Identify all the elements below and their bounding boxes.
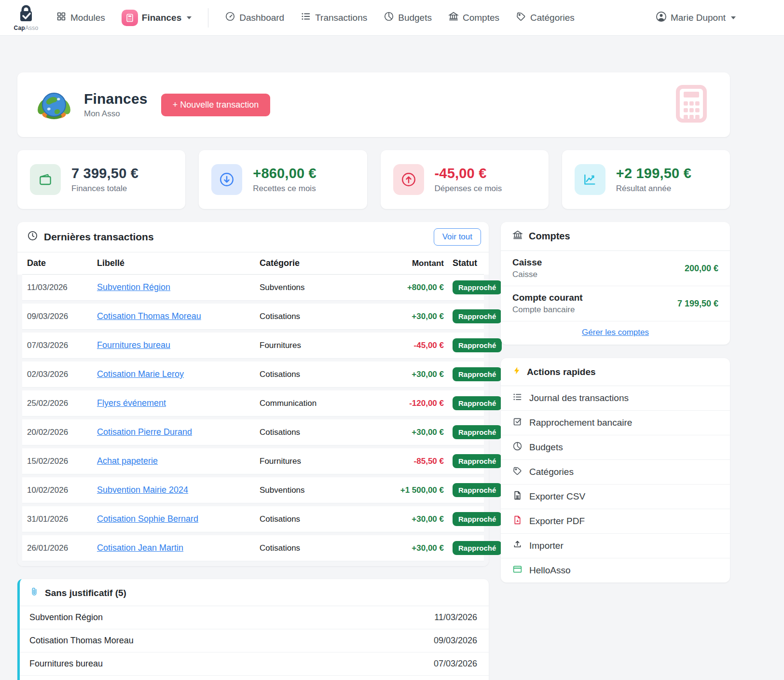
receipt-label: Fournitures bureau [29, 659, 103, 669]
view-all-button[interactable]: Voir tout [434, 228, 481, 246]
nav-categories[interactable]: Catégories [516, 11, 575, 24]
action-export-csv[interactable]: Exporter CSV [501, 485, 730, 509]
transaction-row: 07/03/2026 Fournitures bureau Fourniture… [22, 333, 484, 359]
brand-text: CapAsso [14, 25, 39, 31]
transaction-label-cell: Cotisation Sophie Bernard [97, 514, 260, 524]
quick-actions-title: Actions rapides [527, 367, 596, 377]
nav-dashboard[interactable]: Dashboard [225, 11, 284, 24]
transactions-body: 11/03/2026 Subvention Région Subventions… [17, 275, 489, 566]
transaction-link[interactable]: Fournitures bureau [97, 340, 170, 350]
transaction-label-cell: Flyers événement [97, 398, 260, 408]
transaction-status-cell: Rapproché [444, 512, 502, 526]
transaction-link[interactable]: Cotisation Thomas Moreau [97, 311, 201, 321]
nav-transactions-label: Transactions [315, 13, 367, 23]
transaction-link[interactable]: Subvention Région [97, 282, 170, 292]
table-header-row: Date Libellé Catégorie Montant Statut [22, 252, 484, 275]
col-date: Date [27, 258, 97, 268]
accounts-title: Comptes [529, 231, 570, 242]
status-badge: Rapproché [453, 309, 502, 323]
transaction-date: 02/03/2026 [27, 370, 97, 379]
transaction-row: 26/01/2026 Cotisation Jean Martin Cotisa… [22, 535, 484, 561]
finances-header-card: Finances Mon Asso + Nouvelle transaction [17, 72, 730, 137]
account-row[interactable]: Compte courant Compte bancaire 7 199,50 … [501, 286, 730, 321]
transaction-link[interactable]: Subvention Mairie 2024 [97, 485, 188, 495]
action-label: Exporter CSV [529, 491, 585, 502]
col-categorie: Catégorie [260, 258, 381, 268]
wallet-icon [30, 164, 61, 195]
accounts-header: Comptes [501, 222, 730, 251]
receipt-row[interactable]: Cotisation Thomas Moreau 09/03/2026 [20, 629, 489, 652]
receipt-row[interactable]: Fournitures bureau 07/03/2026 [20, 652, 489, 676]
transaction-category: Cotisations [260, 428, 381, 437]
transaction-link[interactable]: Cotisation Pierre Durand [97, 427, 192, 437]
transaction-link[interactable]: Achat papeterie [97, 456, 158, 466]
action-journal[interactable]: Journal des transactions [501, 386, 730, 411]
account-type: Caisse [512, 270, 542, 279]
action-import[interactable]: Importer [501, 534, 730, 558]
asso-name: Mon Asso [84, 109, 148, 119]
nav-finances-dropdown[interactable]: Finances [122, 10, 192, 26]
user-menu[interactable]: Marie Dupont [656, 11, 736, 25]
nav-dashboard-label: Dashboard [239, 13, 284, 23]
right-column: Comptes Caisse Caisse 200,00 € Compte co… [501, 222, 730, 583]
transactions-header: Dernières transactions Voir tout [17, 222, 489, 252]
action-rapprochement[interactable]: Rapprochement bancaire [501, 411, 730, 435]
receipt-row[interactable]: Subvention Région 11/03/2026 [20, 606, 489, 629]
missing-receipts-card: Sans justificatif (5) Subvention Région … [17, 579, 489, 680]
transaction-status-cell: Rapproché [444, 280, 502, 294]
user-name: Marie Dupont [671, 13, 726, 23]
lightning-icon [512, 365, 521, 378]
quick-actions-card: Actions rapides Journal des transactions [501, 358, 730, 583]
account-type: Compte bancaire [512, 305, 583, 315]
transaction-label-cell: Cotisation Thomas Moreau [97, 311, 260, 321]
nav-budgets-label: Budgets [398, 13, 432, 23]
transaction-link[interactable]: Cotisation Jean Martin [97, 543, 183, 553]
transaction-amount: +30,00 € [381, 514, 444, 524]
action-budgets[interactable]: Budgets [501, 435, 730, 460]
transaction-amount: -120,00 € [381, 399, 444, 408]
status-badge: Rapproché [453, 541, 502, 555]
receipt-label: Cotisation Thomas Moreau [29, 636, 134, 646]
transaction-category: Fournitures [260, 457, 381, 466]
stat-card-total: 7 399,50 € Finances totale [17, 150, 185, 209]
manage-accounts-link[interactable]: Gérer les comptes [582, 328, 649, 337]
nav-categories-label: Catégories [530, 13, 575, 23]
transaction-label-cell: Subvention Région [97, 282, 260, 292]
left-column: Dernières transactions Voir tout Date Li… [17, 222, 489, 680]
stat-text: -45,00 € Dépenses ce mois [435, 166, 502, 194]
capasso-logo[interactable]: CapAsso [13, 4, 40, 31]
transaction-category: Cotisations [260, 312, 381, 321]
account-info: Compte courant Compte bancaire [512, 292, 583, 315]
nav-modules[interactable]: Modules [56, 11, 105, 24]
clock-icon [27, 230, 38, 244]
transaction-date: 10/02/2026 [27, 486, 97, 495]
action-label: Budgets [529, 442, 563, 453]
receipts-header: Sans justificatif (5) [20, 579, 489, 606]
transaction-category: Cotisations [260, 514, 381, 524]
action-helloasso[interactable]: HelloAsso [501, 558, 730, 583]
transaction-date: 20/02/2026 [27, 428, 97, 437]
action-export-pdf[interactable]: Exporter PDF [501, 509, 730, 534]
transaction-date: 25/02/2026 [27, 399, 97, 408]
action-label: HelloAsso [529, 565, 571, 576]
nav-transactions[interactable]: Transactions [301, 11, 367, 24]
transaction-link[interactable]: Flyers événement [97, 398, 166, 408]
receipts-list: Subvention Région 11/03/2026 Cotisation … [20, 606, 489, 680]
calculator-icon [122, 10, 138, 26]
receipt-row[interactable]: Cotisation Marie Leroy 02/03/2026 [20, 676, 489, 680]
transaction-status-cell: Rapproché [444, 367, 502, 381]
stat-label: Finances totale [71, 184, 138, 194]
nav-budgets[interactable]: Budgets [384, 11, 432, 24]
stat-text: +2 199,50 € Résultat année [616, 166, 691, 194]
action-categories[interactable]: Catégories [501, 460, 730, 485]
transaction-link[interactable]: Cotisation Sophie Bernard [97, 514, 198, 524]
account-row[interactable]: Caisse Caisse 200,00 € [501, 251, 730, 286]
paperclip-icon [29, 586, 39, 599]
stat-text: +860,00 € Recettes ce mois [253, 166, 316, 194]
transaction-link[interactable]: Cotisation Marie Leroy [97, 369, 184, 379]
avatar-icon [656, 11, 667, 25]
nav-comptes[interactable]: Comptes [448, 11, 499, 24]
stat-value: +860,00 € [253, 166, 316, 181]
new-transaction-button[interactable]: + Nouvelle transaction [161, 94, 271, 116]
transaction-date: 15/02/2026 [27, 457, 97, 466]
